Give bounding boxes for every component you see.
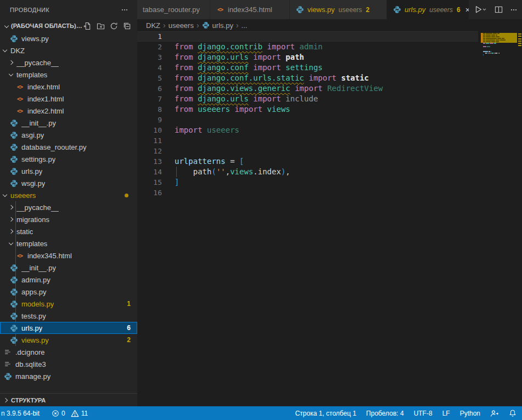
problems-status[interactable]: 0 11 (52, 410, 88, 417)
tree-item-urls.py[interactable]: urls.py (0, 165, 137, 177)
split-editor-icon[interactable] (493, 5, 503, 15)
python-icon (9, 167, 18, 175)
tab-views.py[interactable]: views.pyuseeers2 (290, 0, 387, 19)
tree-item-index2.html[interactable]: <>index2.html (0, 105, 137, 117)
tab-tabase-roouter.py[interactable]: tabase_roouter.py (137, 0, 210, 19)
breadcrumb-item-useeers[interactable]: useeers (169, 21, 194, 30)
tree-item-useeers[interactable]: useeers (0, 189, 137, 201)
run-button[interactable] (474, 5, 488, 15)
tree-item-label: __pycache__ (16, 203, 59, 212)
tree-item-index.html[interactable]: <>index.html (0, 81, 137, 93)
line-number[interactable]: 8 (137, 104, 162, 115)
editor-group: tabase_roouter.py<>index345.htmlviews.py… (137, 0, 522, 406)
line-number[interactable]: 5 (137, 73, 162, 83)
workspace-section-header[interactable]: (РАБОЧАЯ ОБЛАСТЬ) ... (0, 19, 137, 32)
tree-item-tests.py[interactable]: tests.py (0, 310, 137, 322)
tree-item-templates[interactable]: templates (0, 237, 137, 249)
explorer-title: ПРОВОДНИК (10, 7, 49, 13)
line-number[interactable]: 11 (137, 135, 162, 146)
encoding-status[interactable]: UTF-8 (414, 410, 433, 417)
tree-item-asgi.py[interactable]: asgi.py (0, 129, 137, 141)
eol-status[interactable]: LF (442, 410, 450, 417)
python-icon (3, 372, 12, 381)
code-text: from django.conf.urls.static import stat… (175, 73, 369, 83)
overview-ruler[interactable] (517, 19, 522, 406)
tab-index345.html[interactable]: <>index345.html (210, 0, 290, 19)
explorer-more-actions-icon[interactable] (120, 5, 130, 15)
tree-item-migrations[interactable]: migrations (0, 213, 137, 225)
line-number[interactable]: 16 (137, 188, 162, 198)
warning-icon (71, 410, 79, 417)
line-number[interactable]: 4 (137, 63, 162, 73)
tree-item-label: index345.html (27, 252, 72, 260)
tree-item--pycache-[interactable]: __pycache__ (0, 56, 137, 69)
code-text: from django.contrib import admin (175, 42, 323, 52)
close-tab-icon[interactable]: × (465, 5, 469, 14)
tree-item-label: index2.html (27, 107, 64, 115)
tab-urls.py[interactable]: urls.pyuseeers6× (387, 0, 469, 19)
new-file-icon[interactable] (82, 21, 92, 31)
line-number[interactable]: 3 (137, 52, 162, 63)
line-number[interactable]: 15 (137, 177, 162, 188)
tree-item-db.sqlite3[interactable]: db.sqlite3 (0, 358, 137, 370)
python-interpreter-status[interactable]: n 3.9.5 64-bit (1, 410, 40, 417)
notifications-bell-icon[interactable] (509, 409, 517, 417)
tree-item-index345.html[interactable]: <>index345.html (0, 249, 137, 262)
tree-item-admin.py[interactable]: admin.py (0, 274, 137, 286)
tree-item-label: __init__.py (21, 264, 56, 272)
tree-item--init-.py[interactable]: __init__.py (0, 262, 137, 274)
feedback-icon[interactable] (490, 410, 499, 417)
tree-item-.dcignore[interactable]: .dcignore (0, 346, 137, 358)
line-number[interactable]: 6 (137, 83, 162, 94)
tree-item-manage.py[interactable]: manage.py (0, 370, 137, 382)
tree-item-static[interactable]: static (0, 225, 137, 237)
tree-item-settings.py[interactable]: settings.py (0, 153, 137, 165)
line-number[interactable]: 14 (137, 167, 162, 177)
tab-label: index345.html (228, 5, 272, 14)
chevron-right-icon (9, 229, 13, 234)
tree-item-templates[interactable]: templates (0, 69, 137, 81)
tree-item-models.py[interactable]: models.py1 (0, 298, 137, 310)
outline-section-header[interactable]: СТРУКТУРА (0, 393, 137, 406)
line-number[interactable]: 13 (137, 156, 162, 167)
warning-ruler-mark (518, 43, 521, 44)
breadcrumb-separator-icon: › (236, 21, 239, 30)
code-text: ] (175, 177, 179, 188)
tree-item-apps.py[interactable]: apps.py (0, 286, 137, 298)
line-number[interactable]: 7 (137, 94, 162, 104)
code-editor[interactable]: 12from django.contrib import admin3from … (137, 31, 522, 406)
line-number[interactable]: 10 (137, 125, 162, 135)
line-number[interactable]: 2 (137, 42, 162, 52)
tree-item-dkz[interactable]: DKZ (0, 44, 137, 56)
language-mode-status[interactable]: Python (460, 410, 480, 417)
tree-item-database-roouter.py[interactable]: database_roouter.py (0, 141, 137, 153)
tree-item-wsgi.py[interactable]: wsgi.py (0, 177, 137, 189)
code-line-8: 8from useeers import views (137, 104, 522, 115)
code-text: path('',views.index), (175, 167, 290, 177)
line-number[interactable]: 9 (137, 115, 162, 125)
line-number[interactable]: 12 (137, 146, 162, 156)
tree-item-index1.html[interactable]: <>index1.html (0, 93, 137, 105)
indentation-status[interactable]: Пробелов: 4 (366, 410, 404, 417)
tree-item-label: db.sqlite3 (15, 360, 46, 368)
tree-item--pycache-[interactable]: __pycache__ (0, 201, 137, 213)
breadcrumb-item-urls.py[interactable]: urls.py (202, 21, 233, 30)
refresh-icon[interactable] (109, 21, 119, 31)
breadcrumb-item-...[interactable]: ... (242, 21, 248, 30)
cursor-position-status[interactable]: Строка 1, столбец 1 (295, 410, 356, 417)
tree-item-urls.py[interactable]: urls.py6 (0, 322, 137, 334)
breadcrumb-item-dkz[interactable]: DKZ (146, 21, 160, 30)
more-actions-icon[interactable] (509, 5, 519, 15)
tree-item-views.py[interactable]: views.py (0, 32, 137, 44)
tab-bar: tabase_roouter.py<>index345.htmlviews.py… (137, 0, 522, 19)
collapse-all-icon[interactable] (122, 21, 132, 31)
tree-item--init-.py[interactable]: __init__.py (0, 117, 137, 129)
line-number[interactable]: 1 (137, 31, 162, 42)
modified-dot-badge (125, 194, 128, 197)
minimap[interactable] (481, 31, 517, 64)
tree-item-label: migrations (16, 215, 49, 224)
tree-item-views.py[interactable]: views.py2 (0, 334, 137, 346)
new-folder-icon[interactable] (96, 21, 105, 31)
code-line-4: 4from django.conf import settings (137, 63, 522, 73)
file-tree: views.pyDKZ__pycache__templates<>index.h… (0, 32, 137, 382)
